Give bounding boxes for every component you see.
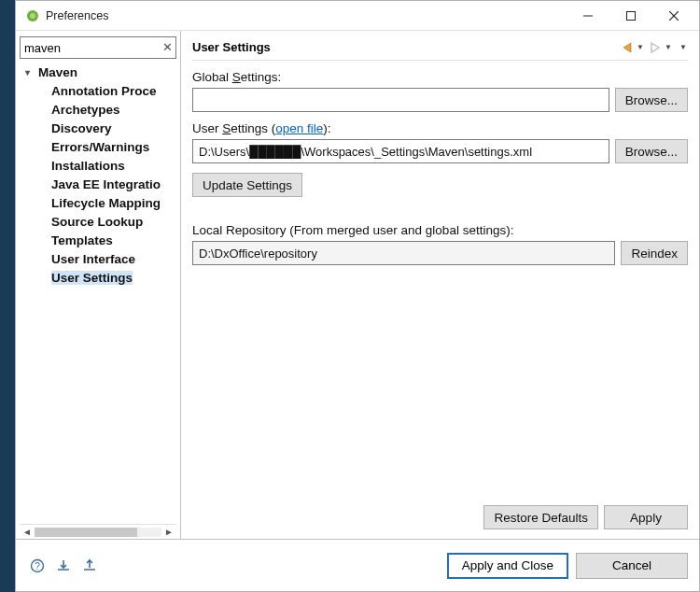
restore-defaults-button[interactable]: Restore Defaults [483, 505, 598, 529]
horizontal-scrollbar[interactable]: ◄ ► [20, 524, 176, 539]
window-title: Preferences [46, 9, 567, 22]
chevron-down-icon: ▾ [25, 67, 36, 78]
minimize-button[interactable] [567, 2, 609, 30]
filter-tree-panel: ✕ ▾MavenAnnotation ProceArchetypesDiscov… [16, 31, 181, 539]
back-icon[interactable] [619, 39, 636, 56]
tree-item[interactable]: User Interface [20, 249, 176, 268]
filter-input[interactable] [20, 36, 176, 59]
view-menu-icon[interactable]: ▼ [679, 43, 688, 51]
settings-page: User Settings ▼ ▼ ▼ Global Settings: Bro… [181, 31, 699, 539]
desktop-taskbar-sliver [0, 0, 15, 592]
tree-item[interactable]: Annotation Proce [20, 81, 176, 100]
svg-point-1 [30, 13, 35, 19]
tree-item[interactable]: Lifecycle Mapping [20, 193, 176, 212]
apply-and-close-button[interactable]: Apply and Close [447, 553, 568, 579]
tree-item[interactable]: User Settings [20, 268, 176, 287]
tree-item[interactable]: Archetypes [20, 100, 176, 119]
user-settings-input[interactable] [192, 139, 609, 163]
back-dropdown-icon[interactable]: ▼ [636, 43, 645, 51]
close-button[interactable] [652, 2, 695, 30]
tree-item[interactable]: Templates [20, 231, 176, 249]
global-settings-input[interactable] [192, 88, 609, 112]
app-icon [25, 8, 40, 23]
tree-item[interactable]: Installations [20, 156, 176, 175]
clear-filter-icon[interactable]: ✕ [162, 40, 173, 54]
page-title: User Settings [192, 40, 617, 54]
tree-item[interactable]: Errors/Warnings [20, 137, 176, 156]
scroll-right-icon[interactable]: ► [161, 527, 176, 537]
titlebar: Preferences [16, 1, 699, 31]
svg-text:?: ? [35, 561, 40, 571]
tree-item[interactable]: Java EE Integratio [20, 175, 176, 193]
preferences-tree[interactable]: ▾MavenAnnotation ProceArchetypesDiscover… [20, 63, 176, 524]
tree-item-maven[interactable]: ▾Maven [20, 63, 176, 81]
open-file-link[interactable]: open file [275, 121, 323, 135]
browse-user-button[interactable]: Browse... [615, 139, 688, 163]
local-repository-input[interactable] [192, 241, 615, 265]
local-repository-label: Local Repository (From merged user and g… [192, 223, 688, 237]
browse-global-button[interactable]: Browse... [615, 88, 688, 112]
export-icon[interactable] [79, 556, 100, 576]
dialog-button-bar: ? Apply and Close Cancel [16, 539, 699, 591]
forward-icon[interactable] [647, 39, 664, 56]
apply-button[interactable]: Apply [604, 505, 688, 529]
import-icon[interactable] [53, 556, 74, 576]
user-settings-label: User Settings (open file): [192, 121, 688, 135]
svg-rect-3 [627, 11, 636, 20]
preferences-window: Preferences ✕ ▾MavenAnnotation ProceArch… [15, 0, 700, 592]
maximize-button[interactable] [609, 2, 652, 30]
scrollbar-thumb[interactable] [35, 528, 137, 537]
forward-dropdown-icon[interactable]: ▼ [664, 43, 673, 51]
cancel-button[interactable]: Cancel [576, 553, 688, 579]
update-settings-button[interactable]: Update Settings [192, 173, 302, 197]
scroll-left-icon[interactable]: ◄ [20, 527, 35, 537]
global-settings-label: Global Settings: [192, 70, 688, 84]
reindex-button[interactable]: Reindex [621, 241, 688, 265]
help-icon[interactable]: ? [27, 556, 48, 576]
tree-item[interactable]: Source Lookup [20, 212, 176, 231]
tree-item[interactable]: Discovery [20, 119, 176, 137]
